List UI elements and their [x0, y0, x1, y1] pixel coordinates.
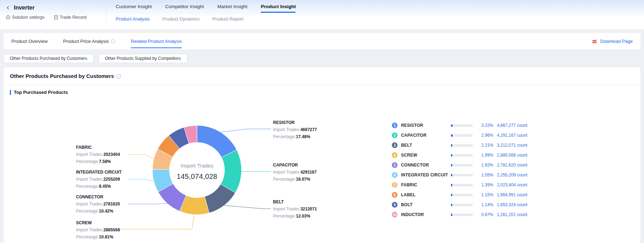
- rank-share-percent: 0.87%: [476, 212, 493, 217]
- svg-text:i: i: [112, 40, 114, 43]
- tab-product-insight[interactable]: Product Insight: [261, 4, 296, 9]
- rank-badge: 5: [392, 162, 398, 168]
- callout-integrated-circuit: INTEGRATED CIRCUITImport Trades:2255209P…: [76, 169, 122, 190]
- callout-capacitor: CAPACITORImport Trades:4291167Percentage…: [273, 162, 317, 183]
- rank-row-fabric[interactable]: 7FABRIC1.39%2,023,404 count: [392, 180, 527, 190]
- tab-competitor-insight[interactable]: Competitor Insight: [165, 4, 204, 9]
- filter-other-products-supplied-by-competitors[interactable]: Other Products Supplied by Competitors: [99, 54, 187, 63]
- leader-line-integrated-circuit: [128, 179, 154, 181]
- svg-text:PDF: PDF: [592, 40, 596, 43]
- rank-badge: 1: [392, 123, 398, 128]
- trade-record-label: Trade Record: [60, 15, 87, 20]
- rank-row-connector[interactable]: 5CONNECTOR1.92%2,781,620 count: [392, 160, 527, 170]
- leader-line-screw: [120, 215, 194, 229]
- rank-row-inductor[interactable]: 10INDUCTOR0.87%1,261,201 count: [392, 210, 527, 220]
- rank-product-name: FABRIC: [401, 182, 447, 187]
- leader-line-belt: [224, 205, 271, 209]
- rank-share-percent: 1.99%: [476, 153, 493, 158]
- subtab-product-dynamics[interactable]: Product Dynamics: [162, 16, 199, 22]
- rank-row-belt[interactable]: 3BELT2.21%3,212,071 count: [392, 140, 527, 150]
- rank-badge: 10: [392, 212, 398, 217]
- rank-badge: 9: [392, 202, 398, 208]
- rank-share-percent: 1.14%: [476, 202, 493, 207]
- filter-button-group: Other Products Purchased by CustomersOth…: [4, 54, 187, 63]
- rank-count: 2,781,620 count: [497, 163, 527, 168]
- rank-progress-bar: [451, 124, 473, 127]
- tab-market-insight[interactable]: Market Insight: [217, 4, 248, 9]
- rank-row-resistor[interactable]: 1RESISTOR3.22%4,667,277 count: [392, 120, 527, 130]
- rank-count: 1,653,324 count: [497, 202, 527, 207]
- rank-progress-fill: [451, 214, 452, 216]
- callout-percentage: Percentage:17.48%: [273, 133, 317, 140]
- rank-share-percent: 1.15%: [476, 192, 493, 197]
- rank-badge: 4: [392, 152, 398, 158]
- leader-line-fabric: [128, 154, 154, 159]
- rank-progress-bar: [451, 154, 473, 157]
- rank-badge: 2: [392, 132, 398, 138]
- rank-progress-fill: [451, 164, 452, 166]
- rank-count: 4,291,167 count: [497, 133, 527, 138]
- rank-progress-fill: [451, 174, 452, 176]
- rank-progress-fill: [451, 204, 452, 206]
- callout-screw: SCREWImport Trades:2885568Percentage:10.…: [76, 219, 120, 241]
- app-header: Inverter Solution settings Trade Record …: [0, 0, 644, 30]
- page-title: Inverter: [14, 5, 35, 11]
- header-tabs: Customer InsightCompetitor InsightMarket…: [106, 0, 644, 29]
- toolbar-tab-related-product-analysis[interactable]: Related Product Analysis: [131, 33, 182, 49]
- solution-settings-link[interactable]: Solution settings: [6, 15, 45, 20]
- rank-row-capacitor[interactable]: 2CAPACITOR2.96%4,291,167 count: [392, 130, 527, 140]
- rank-progress-bar: [451, 194, 473, 196]
- download-page-label: Download Page: [600, 39, 633, 44]
- rank-progress-bar: [451, 204, 473, 206]
- rank-share-percent: 1.92%: [476, 163, 493, 168]
- solution-settings-label: Solution settings: [12, 15, 45, 20]
- back-chevron-icon[interactable]: [6, 5, 11, 10]
- product-rank-list: 1RESISTOR3.22%4,667,277 count2CAPACITOR2…: [392, 120, 527, 220]
- callout-title: RESISTOR: [273, 119, 317, 126]
- rank-progress-bar: [451, 184, 473, 186]
- tab-customer-insight[interactable]: Customer Insight: [116, 4, 152, 9]
- toolbar-tab-product-price-analysis[interactable]: Product Price Analysisi: [63, 33, 115, 49]
- callout-title: INTEGRATED CIRCUIT: [76, 169, 122, 176]
- main-tab-bar: Customer InsightCompetitor InsightMarket…: [106, 4, 644, 13]
- header-left: Inverter Solution settings Trade Record: [0, 0, 106, 29]
- toolbar-tab-product-overview[interactable]: Product Overview: [11, 33, 48, 49]
- download-page-link[interactable]: PDF Download Page: [592, 39, 633, 44]
- rank-row-label[interactable]: 8LABEL1.15%1,664,991 count: [392, 190, 527, 200]
- callout-percentage: Percentage:10.81%: [76, 233, 120, 241]
- document-icon: [54, 15, 58, 20]
- trade-record-link[interactable]: Trade Record: [54, 15, 87, 20]
- rank-row-screw[interactable]: 4SCREW1.99%2,885,568 count: [392, 150, 527, 160]
- callout-title: CAPACITOR: [273, 162, 317, 169]
- donut-center-text: Import Trades 145,074,028: [162, 163, 232, 181]
- subtab-product-analysis[interactable]: Product Analysis: [116, 16, 150, 22]
- callout-import-trades: Import Trades:2885568: [76, 226, 120, 233]
- target-icon: [6, 15, 11, 20]
- callout-import-trades: Import Trades:3212071: [273, 205, 317, 213]
- rank-progress-fill: [451, 144, 452, 147]
- callout-import-trades: Import Trades:2781620: [76, 200, 120, 208]
- rank-share-percent: 1.55%: [476, 173, 493, 177]
- toolbar-tab-label: Product Price Analysis: [63, 39, 109, 44]
- donut-center-value: 145,074,028: [162, 173, 232, 181]
- subtab-product-report[interactable]: Product Report: [213, 16, 243, 22]
- rank-product-name: SCREW: [401, 153, 447, 158]
- rank-count: 1,664,991 count: [497, 192, 527, 197]
- rank-progress-bar: [451, 134, 473, 137]
- rank-share-percent: 1.39%: [476, 182, 493, 187]
- rank-progress-bar: [451, 174, 473, 176]
- rank-row-bolt[interactable]: 9BOLT1.14%1,653,324 count: [392, 200, 527, 210]
- rank-count: 2,023,404 count: [497, 182, 527, 187]
- rank-share-percent: 2.21%: [476, 143, 493, 148]
- rank-row-integrated-circuit[interactable]: 6INTEGRATED CIRCUIT1.55%2,255,209 count: [392, 170, 527, 180]
- callout-import-trades: Import Trades:4291167: [273, 169, 317, 176]
- rank-progress-bar: [451, 144, 473, 147]
- rank-badge: 6: [392, 172, 398, 178]
- rank-progress-fill: [451, 194, 452, 196]
- callout-title: CONNECTOR: [76, 193, 120, 200]
- filter-other-products-purchased-by-customers[interactable]: Other Products Purchased by Customers: [4, 54, 94, 63]
- donut-center-label: Import Trades: [162, 163, 232, 169]
- rank-product-name: INDUCTOR: [401, 212, 447, 217]
- rank-progress-fill: [451, 154, 452, 157]
- callout-belt: BELTImport Trades:3212071Percentage:12.0…: [273, 198, 317, 220]
